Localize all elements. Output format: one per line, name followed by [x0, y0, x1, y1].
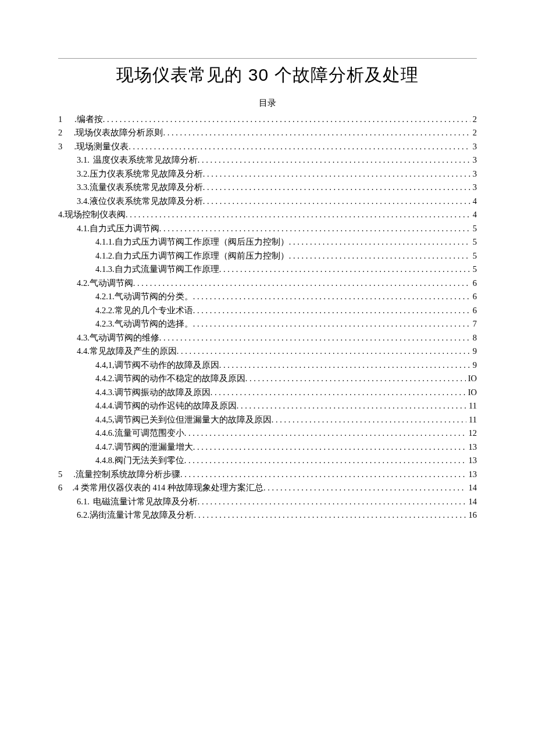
toc-entry: 4.现场控制仪表阀 4	[58, 208, 477, 222]
toc-entry: 4.4.3.调节阀振动的故障及原因 IO	[58, 385, 477, 399]
toc-entry-label: 自力式压力调节阀工作原理（阀后压力控制）	[115, 238, 289, 246]
toc-entry: 4.1.1.自力式压力调节阀工作原理（阀后压力控制） 5	[58, 235, 477, 249]
toc-leader-dots	[219, 265, 470, 274]
toc-entry-page: 6	[473, 306, 477, 315]
toc-entry-page: 4	[473, 197, 477, 206]
toc-entry: 3.4.液位仪表系统常见故障及分析 4	[58, 194, 477, 208]
toc-entry-label: 常见的几个专业术语	[115, 306, 193, 315]
toc-leader-dots	[203, 183, 470, 192]
toc-entry: 4.4.2.调节阀的动作不稳定的故障及原因 IO	[58, 372, 477, 386]
toc-entry-label: 温度仪表系统常见故障分析	[93, 156, 198, 164]
toc-leader-dots	[272, 415, 466, 424]
document-title: 现场仪表常见的 30 个故障分析及处理	[58, 63, 477, 87]
toc-leader-dots	[245, 374, 466, 383]
toc-entry-page: 3	[473, 142, 477, 151]
toc-entry: 4.4.常见故障及产生的原因 9	[58, 345, 477, 359]
toc-entry-page: IO	[468, 388, 477, 397]
table-of-contents: 1.编者按22.现场仪表故障分析原则 23.现场测量仪表 33.1.温度仪表系统…	[58, 112, 477, 522]
toc-entry-number: 4.4.6.	[95, 429, 115, 438]
toc-entry: 4.4,1,调节阀不动作的故障及原因 9	[58, 358, 477, 372]
toc-entry-page: 11	[469, 402, 477, 410]
toc-entry-label: 电磁流量计常见故障及分析	[93, 497, 198, 506]
toc-entry-number: 4.2.1.	[95, 292, 115, 301]
toc-entry: 1.编者按2	[58, 112, 477, 126]
toc-entry-number: 5	[58, 470, 70, 479]
toc-entry-page: 5	[473, 252, 477, 260]
toc-entry-page: 14	[469, 483, 477, 492]
toc-leader-dots	[289, 252, 470, 260]
toc-entry-label: 阀门无法关到零位	[115, 456, 184, 465]
toc-entry-label: .4 类常用仪器仪表的 414 种故障现象处理方案汇总	[72, 483, 263, 492]
toc-entry: 4.4.4.调节阀的动作迟钝的故障及原因 11	[58, 399, 477, 413]
toc-leader-dots	[180, 470, 466, 479]
toc-entry-label: 压力仪表系统常见故障及分析	[90, 170, 203, 178]
toc-entry-label: 现场控制仪表阀	[65, 210, 126, 219]
toc-entry-page: 5	[473, 224, 477, 233]
toc-leader-dots	[184, 429, 466, 438]
toc-leader-dots	[194, 511, 466, 519]
toc-entry: 4.4.8.阀门无法关到零位 13	[58, 454, 477, 468]
toc-entry-page: 8	[473, 334, 477, 342]
toc-entry-number: 4.4.7.	[95, 443, 115, 452]
toc-entry-number: 4.4.3.	[95, 388, 115, 397]
toc-entry-label: 调节阀的动作迟钝的故障及原因	[115, 402, 237, 410]
toc-entry: 4.4.7.调节阀的泄漏量增大 13	[58, 440, 477, 454]
toc-entry-page: 9	[473, 361, 477, 370]
toc-entry-page: 14	[469, 497, 477, 506]
toc-leader-dots	[263, 483, 466, 492]
toc-entry: 4.3.气动调节阀的维修 8	[58, 331, 477, 345]
toc-leader-dots	[193, 306, 470, 315]
toc-entry-number: 4.4.8.	[95, 456, 115, 465]
toc-entry-number: 3.4.	[77, 197, 90, 206]
toc-entry-page: IO	[468, 374, 477, 383]
toc-entry: 4.1.3.自力式流量调节阀工作原理 5	[58, 263, 477, 277]
toc-leader-dots	[193, 443, 466, 452]
toc-entry-label: 自力式压力调节阀	[90, 224, 159, 233]
toc-entry: 6.1.电磁流量计常见故障及分析14	[58, 495, 477, 508]
toc-entry-number: 2	[58, 128, 70, 137]
toc-entry-page: 5	[473, 238, 477, 246]
toc-leader-dots	[129, 142, 470, 151]
toc-entry-number: 4.	[58, 210, 65, 219]
toc-entry-label: 气动调节阀	[90, 279, 133, 288]
toc-leader-dots	[198, 497, 466, 506]
toc-leader-dots	[289, 238, 470, 246]
toc-entry-page: 9	[473, 347, 477, 356]
toc-entry-page: 13	[469, 443, 477, 452]
toc-entry-label: .现场仪表故障分析原则	[74, 128, 163, 137]
toc-leader-dots	[126, 210, 470, 219]
toc-entry-number: 4.4.2.	[95, 374, 115, 383]
toc-entry-label: 液位仪表系统常见故障及分析	[90, 197, 203, 206]
toc-entry-number: 6.2.	[77, 511, 90, 519]
toc-entry: 4.2.3.气动调节阀的选择。 7	[58, 317, 477, 331]
toc-entry-number: 4.2.	[77, 279, 90, 288]
toc-entry-label: 调节阀振动的故障及原因	[115, 388, 211, 397]
toc-entry-page: 4	[473, 210, 477, 219]
toc-leader-dots	[193, 292, 470, 301]
toc-entry-label: 调节阀不动作的故障及原因	[115, 361, 219, 370]
toc-entry-label: 自力式压力调节阀工作原理（阀前压力控制）	[115, 252, 289, 260]
toc-entry: 4.4,5,调节阀已关到位但泄漏量大的故障及原因 11	[58, 413, 477, 427]
toc-leader-dots	[103, 115, 470, 124]
toc-entry-label: 气动调节阀的维修	[90, 334, 159, 342]
toc-leader-dots	[163, 128, 470, 137]
toc-entry-number: 4.1.3.	[95, 265, 115, 274]
toc-leader-dots	[211, 388, 466, 397]
toc-entry-page: 5	[473, 265, 477, 274]
toc-entry-number: 4.1.	[77, 224, 90, 233]
toc-entry-page: 2	[473, 115, 477, 124]
toc-entry-page: 13	[469, 470, 477, 479]
toc-entry: 3.1.温度仪表系统常见故障分析3	[58, 153, 477, 167]
toc-entry: 3.现场测量仪表 3	[58, 139, 477, 153]
toc-entry: 4.2.2.常见的几个专业术语 6	[58, 303, 477, 317]
toc-leader-dots	[193, 320, 470, 328]
toc-entry-number: 4.3.	[77, 334, 90, 342]
toc-entry-number: 4.2.2.	[95, 306, 115, 315]
toc-entry-page: 7	[473, 320, 477, 328]
toc-leader-dots	[237, 402, 466, 410]
toc-entry: 6.4 类常用仪器仪表的 414 种故障现象处理方案汇总 14	[58, 481, 477, 495]
toc-entry-number: 3	[58, 142, 70, 151]
toc-entry-number: 3.3.	[77, 183, 90, 192]
toc-entry-page: 3	[473, 156, 477, 164]
toc-leader-dots	[203, 170, 470, 178]
